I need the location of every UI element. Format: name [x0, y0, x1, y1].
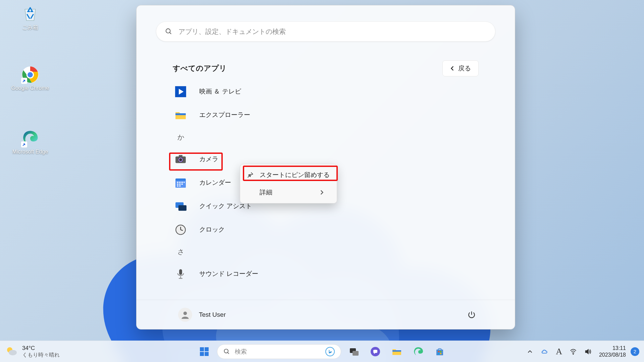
app-item-sound-recorder[interactable]: サウンド レコーダー	[173, 262, 479, 286]
section-letter-sa[interactable]: さ	[173, 241, 479, 262]
power-icon	[467, 310, 476, 319]
edge-icon	[413, 346, 424, 357]
chevron-left-icon	[450, 66, 455, 71]
search-icon	[165, 28, 172, 35]
svg-point-32	[9, 350, 17, 355]
svg-rect-21	[179, 185, 180, 186]
svg-rect-13	[177, 182, 178, 183]
svg-point-47	[573, 354, 574, 354]
svg-point-3	[166, 29, 170, 33]
folder-icon	[391, 346, 402, 357]
recycle-bin-icon	[21, 5, 39, 23]
svg-rect-40	[353, 351, 359, 356]
pin-icon	[247, 172, 254, 178]
desktop-icon-chrome[interactable]: Google Chrome	[10, 66, 50, 91]
taskbar-search-placeholder: 検索	[235, 348, 325, 356]
start-search-bar[interactable]: アプリ、設定、ドキュメントの検索	[156, 21, 495, 42]
start-button[interactable]	[196, 343, 213, 360]
svg-rect-42	[392, 350, 401, 352]
notification-count: 2	[634, 349, 636, 354]
back-label: 戻る	[458, 64, 471, 73]
quick-assist-icon	[175, 200, 186, 212]
context-menu-pin-to-start[interactable]: スタートにピン留めする	[242, 166, 335, 184]
user-name: Test User	[199, 311, 226, 318]
svg-rect-46	[440, 353, 441, 354]
svg-point-37	[224, 349, 228, 353]
clock-icon	[175, 224, 186, 236]
desktop-icon-edge[interactable]: Microsoft Edge	[10, 129, 50, 155]
svg-rect-36	[205, 352, 209, 356]
taskbar-clock[interactable]: 13:11 2023/08/18	[596, 345, 629, 358]
svg-rect-45	[438, 353, 439, 354]
back-button[interactable]: 戻る	[442, 60, 479, 76]
tray-overflow[interactable]	[524, 348, 536, 355]
tray-wifi[interactable]	[567, 348, 580, 355]
avatar-icon	[178, 308, 192, 322]
svg-rect-43	[438, 351, 439, 352]
svg-point-2	[28, 72, 33, 77]
shortcut-arrow-icon	[21, 78, 27, 84]
app-item-explorer[interactable]: エクスプローラー	[173, 103, 479, 127]
context-menu-details[interactable]: 詳細	[242, 184, 335, 201]
taskbar-explorer[interactable]	[388, 343, 406, 360]
search-placeholder: アプリ、設定、ドキュメントの検索	[178, 27, 286, 36]
tray-volume[interactable]	[582, 348, 594, 355]
svg-rect-34	[205, 347, 209, 351]
svg-rect-15	[181, 182, 183, 183]
svg-rect-14	[179, 182, 180, 183]
app-label: 映画 ＆ テレビ	[199, 87, 241, 96]
taskbar-store[interactable]	[431, 343, 448, 360]
clock-date: 2023/08/18	[599, 352, 626, 358]
desktop-icon-label: Microsoft Edge	[12, 149, 48, 155]
weather-icon	[5, 345, 17, 357]
user-account-button[interactable]: Test User	[173, 305, 231, 324]
taskbar-weather[interactable]: 34°C くもり時々晴れ	[5, 345, 60, 358]
desktop-icon-label: ごみ箱	[22, 24, 38, 31]
taskbar-edge[interactable]	[410, 343, 427, 360]
task-view-icon	[348, 346, 359, 357]
search-icon	[223, 348, 230, 355]
weather-temperature: 34°C	[22, 345, 60, 352]
cloud-icon	[541, 348, 548, 355]
app-item-clock[interactable]: クロック	[173, 218, 479, 241]
bing-icon	[325, 347, 335, 356]
taskbar-chat[interactable]	[367, 343, 384, 360]
svg-line-38	[228, 352, 229, 354]
tray-ime[interactable]: A	[553, 347, 565, 357]
wifi-icon	[570, 348, 577, 355]
context-menu: スタートにピン留めする 詳細	[240, 164, 337, 203]
svg-rect-19	[181, 183, 183, 184]
svg-rect-20	[177, 185, 178, 186]
taskbar-task-view[interactable]	[345, 343, 363, 360]
svg-rect-35	[200, 352, 204, 356]
calendar-icon	[175, 177, 186, 189]
app-item-movies-tv[interactable]: 映画 ＆ テレビ	[173, 80, 479, 103]
notification-badge[interactable]: 2	[631, 347, 639, 356]
store-icon	[434, 346, 445, 357]
app-label: クロック	[199, 225, 225, 234]
windows-logo-icon	[199, 346, 210, 357]
app-label: カメラ	[199, 155, 218, 164]
section-letter-ka[interactable]: か	[173, 127, 479, 147]
volume-icon	[584, 348, 592, 355]
svg-rect-10	[179, 155, 182, 157]
taskbar-search[interactable]: 検索	[217, 344, 341, 359]
ime-indicator-icon: A	[556, 347, 562, 357]
svg-rect-16	[183, 182, 184, 183]
svg-rect-44	[440, 351, 441, 352]
tray-onedrive[interactable]	[538, 348, 551, 355]
chevron-right-icon	[319, 190, 324, 195]
svg-line-4	[170, 33, 171, 34]
svg-rect-33	[200, 347, 204, 351]
chevron-up-icon	[526, 348, 534, 355]
chat-icon	[370, 346, 381, 357]
app-label: エクスプローラー	[199, 111, 250, 119]
movies-tv-icon	[175, 86, 186, 98]
microphone-icon	[175, 268, 186, 280]
power-button[interactable]	[465, 308, 479, 322]
clock-time: 13:11	[612, 345, 626, 351]
svg-point-30	[183, 311, 187, 315]
desktop-icon-recycle-bin[interactable]: ごみ箱	[10, 5, 50, 31]
context-menu-label: スタートにピン留めする	[260, 171, 330, 179]
camera-icon	[175, 154, 186, 165]
